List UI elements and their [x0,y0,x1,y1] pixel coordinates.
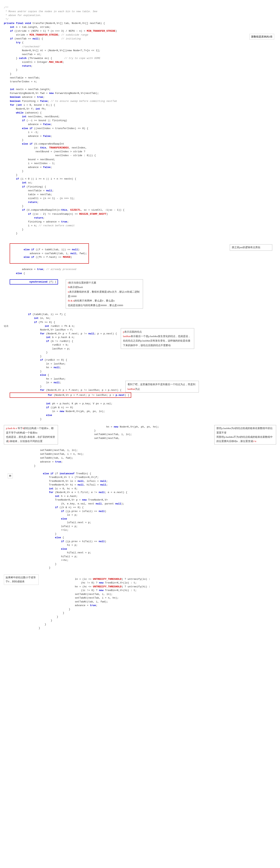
annotation-f-fh: f表示当前位置的那个元素 fh表示f的hash n表示原数组的长度，数组长度都是… [66,279,143,309]
phash-code: hn = new Node<K,V>(ph, pk, pv, hn); } se… [58,425,214,440]
chain-code: 链表 int runBit = fh & n; Node<K,V> lastRu… [4,324,117,381]
annotation-untreeify: 如果树中的结点数小于或等于6，则转成链表 [4,575,39,585]
ln-null-section: ln = null; } for (Node<K,V> p = f.next; … [4,381,276,393]
code-block-3: if (tabAt(tab, i) == f) { int ln, hn; if… [4,309,276,324]
right-annotation-phash: 那些p.hash&n为0的结点组成的链表在新数组中的位置置不变 而那些p.has… [214,425,276,444]
treebin-section: 树 else if (f instanceof TreeBin) { TreeB… [4,472,276,574]
annotation-for-lastrun: 看到了吧，这里遍历链表并不是到最后一个结点为止，而是到lastRun为止 [125,381,199,393]
redbox-section-1: else if ((f = tabAt(tab, i)) == null) ad… [4,243,276,264]
annotation-similar-logic: 跟之前put的逻辑有点类似 [230,244,272,251]
untreeify-section: 如果树中的结点数小于或等于6，则转成链表 ln = (lc <= UNTREEI… [4,574,276,634]
untreeify-code: ln = (lc <= UNTREEIFY_THRESHOLD) ? untre… [39,574,276,634]
phash-annotation-section: p.hash & n 等于0的结点构成一个链表ln，都是不等于0的构成一个链表h… [4,425,276,444]
annotation-2x-array: 新数组是原来的2倍 [249,34,274,40]
code-block: /** * Moves and/or copies the nodes in e… [4,2,276,243]
page-container: /** * Moves and/or copies the nodes in e… [0,0,280,868]
code-block-2: advance = true; // already processed els… [4,264,276,279]
treebin-code: else if (f instanceof TreeBin) { TreeBin… [13,472,276,574]
code-block-4: int ph = p.hash; K pk = p.key; V pv = p.… [4,398,276,425]
annotation-section-fh: synchronized (f) { f表示当前位置的那个元素 fh表示f的ha… [4,279,276,309]
synchronized-block: synchronized (f) { [10,279,58,285]
left-annotation-phash: p.hash & n 等于0的结点构成一个链表ln，都是不等于0的构成一个链表h… [4,425,58,444]
code-elseif-null: else if ((f = tabAt(tab, i)) == null) ad… [10,243,89,264]
chain-annotation-section: 链表 int runBit = fh & n; Node<K,V> lastRu… [4,324,276,381]
ln-code: ln = null; } for (Node<K,V> p = f.next; … [4,381,122,392]
redbox-section-2: for (Node<K,V> p = f.next; p != lastRun;… [4,393,276,398]
tree-annotation-left: 树 [8,473,13,478]
for-loop-red: for (Node<K,V> p = f.next; p != lastRun;… [10,393,131,398]
annotation-p-lastrun: p表示后面的结点 lastRun表示最后一个使p.hash&n发生变化的结点，也… [121,328,194,349]
sync-block-wrapper: synchronized (f) { f表示当前位置的那个元素 fh表示f的ha… [10,279,276,309]
code-block-5: setTabAt(nextTab, i, ln); setTabAt(nextT… [4,444,276,472]
